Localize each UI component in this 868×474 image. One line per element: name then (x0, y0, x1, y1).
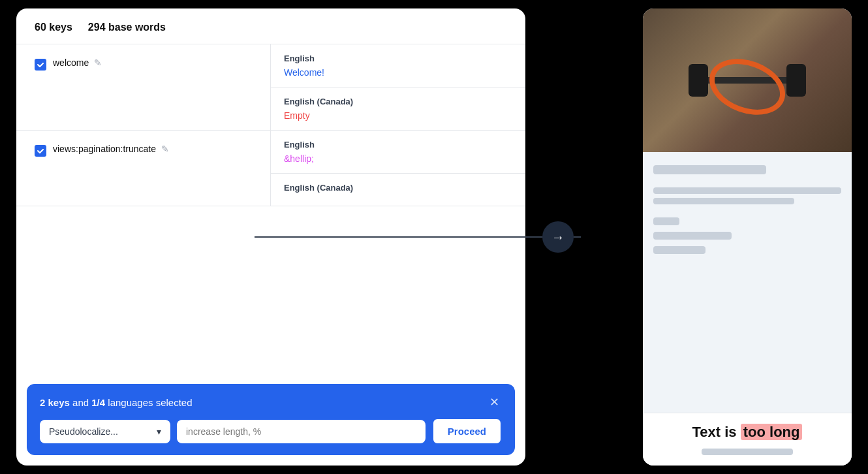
lang-label: English (284, 54, 512, 63)
key-cell-pagination: views:pagination:truncate ✎ (16, 131, 271, 206)
skeleton-items-group (653, 217, 841, 254)
key-label-pagination: views:pagination:truncate ✎ (53, 144, 169, 154)
values-cell-welcome: English Welcome! English (Canada) Empty (271, 44, 525, 130)
table-row: welcome ✎ English Welcome! English (Cana… (16, 44, 525, 131)
dumbbell-weight-right (786, 64, 806, 97)
too-long-highlight: too long (741, 424, 803, 440)
checkbox-pagination[interactable] (35, 145, 46, 157)
increase-length-input[interactable] (177, 420, 426, 443)
dumbbell-container (682, 41, 813, 119)
too-long-text: Text is too long (692, 424, 803, 441)
keys-count: 60 keys (35, 22, 72, 33)
skeleton-sm-1 (653, 217, 679, 225)
right-content (643, 152, 852, 413)
skeleton-long-1 (653, 232, 732, 240)
notification-text: 2 keys and 1/4 languages selected (40, 397, 193, 408)
skeleton-title (653, 165, 766, 174)
arrow-icon: → (551, 230, 565, 245)
table-row: views:pagination:truncate ✎ English &hel… (16, 131, 525, 206)
keys-selected: 2 keys (40, 397, 70, 408)
resistance-band (702, 49, 793, 125)
edit-icon-pagination[interactable]: ✎ (161, 144, 169, 154)
and-text: and (70, 397, 91, 408)
arrow-circle: → (542, 221, 574, 253)
skeleton-text-group (653, 187, 841, 204)
skeleton-title-group (653, 165, 841, 174)
key-cell-welcome: welcome ✎ (16, 44, 271, 130)
right-panel: Text is too long (643, 8, 852, 466)
main-container: 60 keys 294 base words welcome ✎ Engli (0, 0, 868, 474)
value-text-empty: Empty (284, 110, 512, 121)
value-entry-english-pagination: English &hellip; (271, 131, 525, 174)
base-words-count: 294 base words (88, 22, 166, 33)
text-is: Text is (692, 424, 741, 440)
close-button[interactable]: ✕ (486, 394, 502, 410)
notification-top: 2 keys and 1/4 languages selected ✕ (40, 394, 502, 410)
header-stats: 60 keys 294 base words (35, 22, 507, 33)
notification-bottom: Pseudolocalize... ▾ Proceed (40, 418, 502, 445)
skeleton-med-1 (653, 246, 705, 254)
chevron-down-icon: ▾ (157, 426, 161, 437)
dumbbell-weight-left (689, 64, 708, 97)
panel-header: 60 keys 294 base words (16, 8, 525, 44)
dropdown-label: Pseudolocalize... (49, 426, 118, 437)
langs-selected: 1/4 (91, 397, 105, 408)
lang-label: English (Canada) (284, 183, 512, 193)
connector-line (255, 236, 581, 238)
lang-label: English (284, 140, 512, 150)
notification-bar: 2 keys and 1/4 languages selected ✕ Pseu… (27, 384, 515, 455)
arrow-connector: → (542, 221, 574, 253)
value-text-hellip: &hellip; (284, 153, 512, 164)
pseudolocalize-dropdown[interactable]: Pseudolocalize... ▾ (40, 420, 170, 443)
value-entry-canada-pagination: English (Canada) (271, 174, 525, 206)
proceed-label: Proceed (448, 426, 486, 437)
checkbox-welcome[interactable] (35, 59, 46, 71)
skeleton-line-1 (653, 187, 841, 194)
langs-text: languages selected (105, 397, 192, 408)
values-cell-pagination: English &hellip; English (Canada) (271, 131, 525, 206)
key-label-welcome: welcome ✎ (53, 57, 102, 68)
edit-icon-welcome[interactable]: ✎ (94, 57, 102, 68)
skeleton-line-2 (653, 198, 794, 204)
right-bottom: Text is too long (643, 413, 852, 466)
value-entry-english-welcome: English Welcome! (271, 44, 525, 87)
proceed-button[interactable]: Proceed (432, 418, 502, 445)
value-entry-canada-welcome: English (Canada) Empty (271, 87, 525, 130)
lang-label: English (Canada) (284, 97, 512, 106)
bottom-skeleton (702, 449, 793, 455)
value-text: Welcome! (284, 67, 512, 78)
equipment-image (643, 8, 852, 152)
